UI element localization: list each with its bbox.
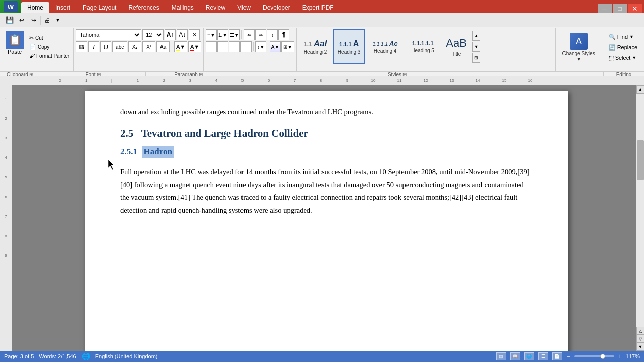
- clipboard-group: 📋 Paste ✂Cut 📄Copy 🖌Format Painter: [0, 28, 74, 71]
- cut-button[interactable]: ✂Cut: [27, 34, 71, 42]
- numbering-button[interactable]: 1.▼: [217, 29, 228, 40]
- paste-button[interactable]: 📋 Paste: [2, 29, 27, 56]
- language-info: English (United Kingdom): [95, 353, 158, 359]
- undo-button[interactable]: ↩: [16, 15, 27, 26]
- sort-button[interactable]: ↕: [267, 29, 278, 40]
- print-button[interactable]: 🖨: [42, 15, 53, 26]
- select-button[interactable]: ⬚Select▼: [605, 53, 641, 63]
- scroll-to-top-button[interactable]: △: [636, 327, 644, 335]
- styles-scroll-up[interactable]: ▲: [472, 31, 480, 41]
- align-right-button[interactable]: ≡: [229, 41, 240, 52]
- style-heading3[interactable]: 1.1.1 A Heading 3: [333, 29, 365, 64]
- word-logo: W: [8, 3, 14, 11]
- align-center-button[interactable]: ≡: [217, 41, 228, 52]
- style-heading4[interactable]: 1.1.1.1 Ac Heading 4: [366, 29, 404, 64]
- save-button[interactable]: 💾: [4, 15, 15, 26]
- close-button[interactable]: ✕: [628, 4, 642, 13]
- document-page: down and excluding possible ranges conti…: [85, 90, 568, 351]
- copy-button[interactable]: 📄Copy: [27, 43, 71, 51]
- bold-button[interactable]: B: [76, 41, 87, 52]
- tab-expert-pdf[interactable]: Expert PDF: [296, 2, 340, 13]
- tab-home[interactable]: Home: [21, 2, 49, 13]
- shading-button[interactable]: A▼: [270, 41, 281, 52]
- office-button[interactable]: W: [0, 0, 21, 13]
- view-outline-button[interactable]: ☰: [538, 352, 548, 360]
- clear-format-button[interactable]: ✕: [189, 29, 200, 40]
- find-button[interactable]: 🔍Find▼: [605, 32, 641, 42]
- tab-view[interactable]: View: [231, 2, 257, 13]
- tab-review[interactable]: Review: [200, 2, 231, 13]
- qa-more-button[interactable]: ▼: [54, 15, 62, 26]
- style-heading2[interactable]: 1.1 AaI Heading 2: [299, 29, 332, 64]
- shrink-font-button[interactable]: A↓: [177, 29, 188, 40]
- change-case-button[interactable]: Aa: [156, 41, 170, 52]
- top-ruler: -2 -1 | 1 2 3 4 5 6 7 8 9 10 11 12 13 14: [12, 76, 644, 85]
- selected-text: Hadron: [142, 146, 174, 158]
- intro-paragraph: down and excluding possible ranges conti…: [120, 106, 533, 118]
- bullets-button[interactable]: ≡▼: [206, 29, 217, 40]
- tab-references[interactable]: References: [122, 2, 165, 13]
- left-ruler: 1 2 3 4 5 6 7 8 9: [0, 76, 12, 351]
- change-styles-button[interactable]: A Change Styles ▼: [559, 30, 599, 64]
- underline-button[interactable]: U: [100, 41, 111, 52]
- scroll-thumb[interactable]: [637, 140, 644, 180]
- view-draft-button[interactable]: 📄: [552, 352, 562, 360]
- tab-developer[interactable]: Developer: [257, 2, 296, 13]
- format-painter-button[interactable]: 🖌Format Painter: [27, 52, 71, 60]
- strikethrough-button[interactable]: abc: [112, 41, 127, 52]
- increase-indent-button[interactable]: ⇒: [255, 29, 266, 40]
- words-info: Words: 2/1,546: [39, 353, 76, 359]
- view-normal-button[interactable]: ▤: [496, 352, 506, 360]
- font-size-select[interactable]: 12: [142, 29, 164, 40]
- align-left-button[interactable]: ≡: [206, 41, 217, 52]
- italic-button[interactable]: I: [88, 41, 99, 52]
- styles-group: 1.1 AaI Heading 2 1.1.1 A Heading 3 1.1.…: [297, 28, 555, 71]
- justify-button[interactable]: ≡: [240, 41, 252, 52]
- border-button[interactable]: ⊞▼: [281, 41, 294, 52]
- view-reading-button[interactable]: 📖: [510, 352, 520, 360]
- editing-group: 🔍Find▼ 🔄Replace ⬚Select▼: [602, 28, 644, 71]
- paragraph-group: ≡▼ 1.▼ ☰▼ ⇐ ⇒ ↕ ¶ ≡ ≡ ≡ ≡ ↕▼: [204, 28, 297, 71]
- font-group: Tahoma 12 A↑ A↓ ✕ B I U abc X₂ X² Aa: [74, 28, 204, 71]
- subscript-button[interactable]: X₂: [128, 41, 141, 52]
- redo-button[interactable]: ↪: [28, 15, 39, 26]
- text-highlight-button[interactable]: A▼: [174, 41, 187, 52]
- minimize-button[interactable]: ─: [598, 4, 612, 13]
- styles-scroll-down[interactable]: ▼: [472, 42, 480, 52]
- tab-mailings[interactable]: Mailings: [166, 2, 200, 13]
- styles-expand[interactable]: ⊞: [472, 53, 480, 63]
- scroll-up-arrow[interactable]: ▲: [636, 85, 644, 94]
- language-icon: 🌐: [82, 352, 90, 360]
- main-paragraph: Full operation at the LHC was delayed fo…: [120, 166, 533, 217]
- style-title[interactable]: AaB Title: [441, 29, 471, 64]
- decrease-indent-button[interactable]: ⇐: [244, 29, 255, 40]
- maximize-button[interactable]: □: [613, 4, 627, 13]
- view-web-button[interactable]: 🌐: [524, 352, 534, 360]
- line-spacing-button[interactable]: ↕▼: [255, 41, 266, 52]
- tab-page-layout[interactable]: Page Layout: [76, 2, 122, 13]
- zoom-in-button[interactable]: +: [618, 353, 622, 360]
- zoom-out-button[interactable]: −: [567, 353, 570, 360]
- page-info: Page: 3 of 5: [4, 353, 34, 359]
- font-color-button[interactable]: A▼: [188, 41, 201, 52]
- tab-insert[interactable]: Insert: [49, 2, 76, 13]
- scroll-to-bottom-button[interactable]: ▽: [636, 335, 644, 343]
- style-heading5[interactable]: 1.1.1.1.1 Heading 5: [405, 29, 440, 64]
- multilevel-list-button[interactable]: ☰▼: [229, 29, 240, 40]
- font-name-select[interactable]: Tahoma: [76, 29, 141, 40]
- grow-font-button[interactable]: A↑: [165, 29, 176, 40]
- superscript-button[interactable]: X²: [142, 41, 155, 52]
- replace-button[interactable]: 🔄Replace: [605, 43, 641, 52]
- status-bar: Page: 3 of 5 Words: 2/1,546 🌐 English (U…: [0, 351, 644, 362]
- zoom-level[interactable]: 117%: [626, 353, 640, 359]
- show-hide-button[interactable]: ¶: [278, 29, 289, 40]
- heading-2-5: 2.5 Tevatron and Large Hadron Collider: [120, 127, 533, 140]
- v-scrollbar[interactable]: ▲ △ ▽ ▼: [636, 85, 644, 351]
- scroll-down-arrow[interactable]: ▼: [636, 343, 644, 351]
- zoom-slider[interactable]: [574, 355, 614, 357]
- heading-2-5-1: 2.5.1: [120, 147, 142, 156]
